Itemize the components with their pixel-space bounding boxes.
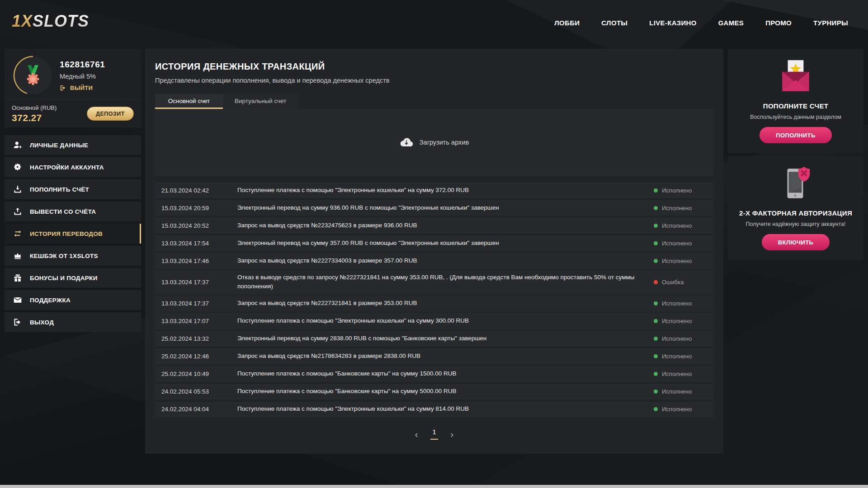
exit-icon — [13, 318, 22, 327]
transaction-status: Исполнено — [654, 258, 707, 264]
transaction-status: Исполнено — [654, 300, 707, 307]
status-dot — [654, 188, 658, 192]
transaction-row: 13.03.2024 17:37 Отказ в выводе средств … — [155, 271, 713, 294]
account-tab[interactable]: Основной счет — [155, 94, 223, 109]
sidebar-menu-item[interactable]: ВЫХОД — [5, 312, 141, 332]
transactions-table: 21.03.2024 02:42 Поступление платежа с п… — [155, 183, 713, 419]
sidebar-item-label: ПОДДЕРЖКА — [30, 297, 71, 304]
archive-label: Загрузить архив — [420, 139, 469, 146]
horizontal-scrollbar[interactable] — [0, 485, 868, 488]
next-page-button[interactable]: › — [451, 430, 454, 439]
status-dot — [654, 389, 658, 394]
pagination: ‹ 1 › — [145, 428, 723, 440]
transaction-status: Исполнено — [654, 222, 707, 229]
sidebar-menu-item[interactable]: ИСТОРИЯ ПЕРЕВОДОВ — [5, 224, 141, 244]
sidebar-item-label: КЕШБЭК ОТ 1XSLOTS — [30, 253, 98, 259]
logout-link[interactable]: ВЫЙТИ — [60, 84, 105, 91]
sidebar-item-label: ВЫХОД — [30, 319, 54, 326]
status-dot — [654, 301, 658, 305]
status-dot — [654, 259, 658, 263]
transaction-row: 13.03.2024 17:46 Запрос на вывод средств… — [155, 253, 713, 268]
user-plus-icon — [13, 141, 22, 150]
status-dot — [654, 372, 658, 376]
transaction-row: 13.03.2024 17:07 Поступление платежа с п… — [155, 314, 713, 329]
status-dot — [654, 224, 658, 228]
promo-card: 2-Х ФАКТОРНАЯ АВТОРИЗАЦИЯ Получите надёж… — [728, 156, 863, 260]
transaction-date: 13.03.2024 17:37 — [161, 300, 237, 307]
page-subtitle: Представлены операции пополнения, вывода… — [155, 77, 389, 84]
sidebar-item-label: ЛИЧНЫЕ ДАННЫЕ — [30, 142, 88, 149]
prev-page-button[interactable]: ‹ — [415, 430, 418, 439]
status-label: Исполнено — [662, 205, 692, 211]
main-nav: ЛОББИ СЛОТЫ LIVE-КАЗИНО GAMES ПРОМО ТУРН… — [554, 0, 848, 45]
sidebar-menu-item[interactable]: ЛИЧНЫЕ ДАННЫЕ — [5, 135, 141, 155]
envelope-icon — [13, 296, 22, 305]
transaction-row: 25.02.2024 12:46 Запрос на вывод средств… — [155, 349, 713, 364]
nav-item[interactable]: LIVE-КАЗИНО — [649, 19, 696, 27]
transaction-status: Исполнено — [654, 406, 707, 413]
user-info: 162816761 Медный 5% ВЫЙТИ — [60, 60, 105, 91]
sidebar-menu-item[interactable]: ПОПОЛНИТЬ СЧЁТ — [5, 179, 141, 199]
transaction-row: 13.03.2024 17:54 Электронный перевод на … — [155, 235, 713, 251]
status-label: Исполнено — [662, 258, 692, 264]
transaction-date: 25.02.2024 10:49 — [161, 371, 237, 377]
nav-item[interactable]: ПРОМО — [765, 19, 792, 27]
sidebar-item-label: ВЫВЕСТИ СО СЧЁТА — [30, 208, 96, 215]
status-label: Исполнено — [662, 388, 692, 395]
gears-icon — [13, 163, 22, 172]
transaction-status: Исполнено — [654, 240, 707, 247]
transaction-description: Запрос на вывод средств №2178634283 в ра… — [237, 352, 654, 361]
transaction-row: 24.02.2024 04:04 Поступление платежа с п… — [155, 402, 713, 417]
status-label: Исполнено — [662, 222, 692, 229]
transaction-row: 15.03.2024 20:59 Электронный перевод на … — [155, 200, 713, 216]
transaction-row: 25.02.2024 13:32 Электронный перевод на … — [155, 331, 713, 347]
transaction-status: Исполнено — [654, 187, 707, 194]
transaction-row: 15.03.2024 20:52 Запрос на вывод средств… — [155, 218, 713, 233]
nav-item[interactable]: СЛОТЫ — [601, 19, 627, 27]
promo-card: ПОПОЛНИТЕ СЧЕТ Воспользуйтесь данным раз… — [728, 49, 863, 153]
phone-shield-icon — [777, 165, 814, 202]
transaction-description: Запрос на вывод средств №2227334003 в ра… — [237, 256, 654, 265]
transfer-arrows-icon — [13, 229, 22, 238]
nav-item[interactable]: GAMES — [718, 19, 744, 27]
site-logo[interactable]: 1XSLOTS — [12, 12, 89, 31]
sidebar-menu-item[interactable]: НАСТРОЙКИ АККАУНТА — [5, 157, 141, 177]
transaction-description: Электронный перевод на сумму 2838.00 RUB… — [237, 334, 654, 343]
deposit-button[interactable]: ДЕПОЗИТ — [87, 107, 134, 121]
sidebar-menu-item[interactable]: ВЫВЕСТИ СО СЧЁТА — [5, 202, 141, 221]
transaction-status: Исполнено — [654, 335, 707, 342]
transaction-date: 15.03.2024 20:59 — [161, 205, 237, 211]
transaction-description: Поступление платежа с помощью "Банковски… — [237, 387, 654, 396]
status-dot — [654, 337, 658, 341]
user-level: Медный 5% — [60, 73, 105, 80]
transaction-description: Запрос на вывод средств №2227321841 в ра… — [237, 299, 654, 308]
promo-button[interactable]: ПОПОЛНИТЬ — [760, 127, 831, 143]
download-archive-link[interactable]: Загрузить архив — [400, 137, 469, 147]
archive-block: Загрузить архив — [155, 109, 713, 176]
status-label: Исполнено — [662, 318, 692, 324]
transaction-status: Исполнено — [654, 205, 707, 211]
logout-label: ВЫЙТИ — [70, 84, 93, 91]
transaction-row: 21.03.2024 02:42 Поступление платежа с п… — [155, 183, 713, 198]
nav-item[interactable]: ЛОББИ — [554, 19, 580, 27]
sidebar-menu-item[interactable]: ПОДДЕРЖКА — [5, 290, 141, 310]
transaction-date: 25.02.2024 13:32 — [161, 335, 237, 342]
status-label: Исполнено — [662, 371, 692, 377]
logo-part-slots: SLOTS — [33, 12, 89, 30]
transaction-row: 24.02.2024 05:53 Поступление платежа с п… — [155, 384, 713, 399]
status-label: Исполнено — [662, 353, 692, 360]
status-dot — [654, 241, 658, 245]
sidebar-menu-item[interactable]: БОНУСЫ И ПОДАРКИ — [5, 268, 141, 288]
status-dot — [654, 319, 658, 323]
sidebar-item-label: ИСТОРИЯ ПЕРЕВОДОВ — [30, 230, 103, 237]
page-number[interactable]: 1 — [430, 428, 438, 440]
nav-item[interactable]: ТУРНИРЫ — [813, 19, 848, 27]
top-bar: 1XSLOTS ЛОББИ СЛОТЫ LIVE-КАЗИНО GAMES ПР… — [0, 0, 868, 45]
transaction-date: 15.03.2024 20:52 — [161, 222, 237, 229]
account-tab[interactable]: Виртуальный счет — [223, 94, 298, 109]
transaction-row: 25.02.2024 10:49 Поступление платежа с п… — [155, 366, 713, 382]
sidebar-menu-item[interactable]: КЕШБЭК ОТ 1XSLOTS — [5, 246, 141, 266]
promo-button[interactable]: ВКЛЮЧИТЬ — [762, 234, 830, 250]
transactions-panel: ИСТОРИЯ ДЕНЕЖНЫХ ТРАНЗАКЦИЙ Представлены… — [145, 49, 723, 454]
transaction-description: Отказ в выводе средств по запросу №22273… — [237, 273, 654, 291]
